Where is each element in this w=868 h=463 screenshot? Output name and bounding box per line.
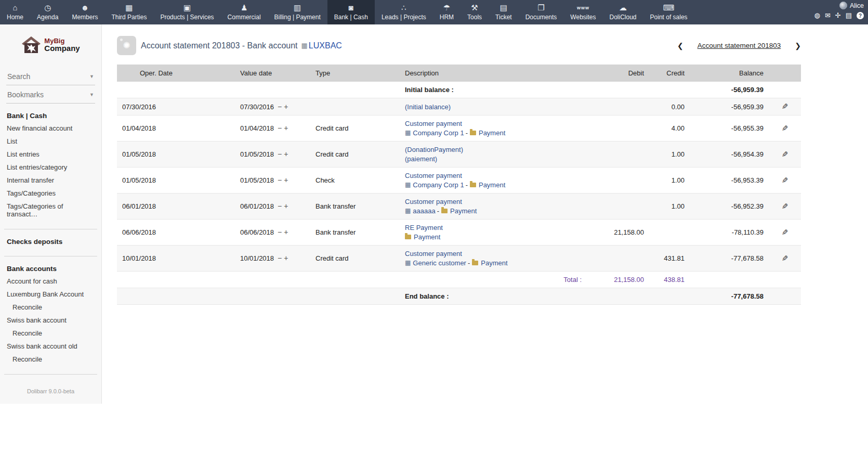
thirdparty-link[interactable]: aaaaaa xyxy=(413,207,435,215)
date-plus-button[interactable]: + xyxy=(284,150,288,158)
entry-link[interactable]: RE Payment xyxy=(405,224,443,231)
initial-balance-value: -56,959.39 xyxy=(690,82,769,98)
user-menu[interactable]: Alice xyxy=(814,2,864,9)
menu-home[interactable]: ⌂ Home xyxy=(0,0,30,24)
payment-link[interactable]: Payment xyxy=(414,233,440,241)
initial-balance-label: Initial balance : xyxy=(400,82,587,98)
date-minus-button[interactable]: − xyxy=(278,124,282,132)
company-logo[interactable]: MyBig Company xyxy=(0,32,101,67)
date-minus-button[interactable]: − xyxy=(278,102,282,111)
menu-documents[interactable]: ❐ Documents xyxy=(519,0,564,24)
pagination-statement-link[interactable]: Account statement 201803 xyxy=(698,42,781,49)
sidebar-item-new-financial-account[interactable]: New financial account xyxy=(7,122,95,135)
sidebar-title-bank-accounts[interactable]: Bank accounts xyxy=(7,265,95,273)
menu-third-parties[interactable]: ▦ Third Parties xyxy=(104,0,153,24)
menu-billing-payment[interactable]: ▥ Billing | Payment xyxy=(268,0,327,24)
sidebar-item-swiss-bank-account-old[interactable]: Swiss bank account old xyxy=(7,340,95,353)
sidebar-item-luxemburg-bank-account[interactable]: Luxemburg Bank Account xyxy=(7,288,95,301)
menu-bank-cash[interactable]: ◙ Bank | Cash xyxy=(327,0,375,24)
date-plus-button[interactable]: + xyxy=(284,176,288,184)
date-minus-button[interactable]: − xyxy=(278,228,282,236)
printer-icon[interactable]: ▤ xyxy=(846,12,852,19)
sidebar-item-reconcile[interactable]: Reconcile xyxy=(7,353,95,366)
value-date-cell: 10/01/2018−+ xyxy=(235,246,310,272)
edit-pencil-icon[interactable]: ✎ xyxy=(782,150,788,159)
account-code-link[interactable]: LUXBAC xyxy=(309,41,342,50)
chevron-left-icon[interactable]: ❮ xyxy=(677,42,683,50)
date-plus-button[interactable]: + xyxy=(284,124,288,132)
bank-cash-icon: ◙ xyxy=(349,4,353,12)
thirdparty-link[interactable]: Company Corp 1 xyxy=(413,181,464,189)
thirdparty-link[interactable]: Company Corp 1 xyxy=(413,128,464,137)
entry-link[interactable]: Customer payment xyxy=(405,120,462,127)
menu-hrm[interactable]: ☂ HRM xyxy=(433,0,461,24)
date-plus-button[interactable]: + xyxy=(284,228,288,236)
date-plus-button[interactable]: + xyxy=(284,254,288,262)
menu-leads-projects[interactable]: ∴ Leads | Projects xyxy=(375,0,433,24)
date-plus-button[interactable]: + xyxy=(284,202,288,210)
search-dropdown[interactable]: Search ▼ xyxy=(6,67,95,85)
edit-pencil-icon[interactable]: ✎ xyxy=(782,176,788,185)
sidebar-item-swiss-bank-account[interactable]: Swiss bank account xyxy=(7,314,95,327)
entry-link[interactable]: (DonationPayment) xyxy=(405,146,463,153)
payment-link[interactable]: Payment xyxy=(479,128,505,137)
edit-pencil-icon[interactable]: ✎ xyxy=(782,254,788,263)
bug-icon[interactable]: ✢ xyxy=(835,12,841,19)
help-icon[interactable]: ? xyxy=(857,12,864,19)
description-cell: RE Payment Payment xyxy=(400,220,587,246)
sidebar-title-bank-cash[interactable]: Bank | Cash xyxy=(7,112,95,120)
entry-link[interactable]: Customer payment xyxy=(405,198,462,205)
menu-websites[interactable]: www Websites xyxy=(563,0,602,24)
date-minus-button[interactable]: − xyxy=(278,202,282,210)
menu-commercial[interactable]: ♟ Commercial xyxy=(221,0,268,24)
quick-icons: ◍ ✉ ✢ ▤ ? xyxy=(814,12,864,19)
bookmarks-dropdown[interactable]: Bookmarks ▼ xyxy=(6,85,95,104)
date-minus-button[interactable]: − xyxy=(278,176,282,184)
date-minus-button[interactable]: − xyxy=(278,254,282,262)
chat-icon[interactable]: ✉ xyxy=(825,12,831,19)
sidebar-item-account-for-cash[interactable]: Account for cash xyxy=(7,275,95,288)
edit-pencil-icon[interactable]: ✎ xyxy=(782,228,788,237)
payment-link[interactable]: Payment xyxy=(479,181,505,189)
globe-icon[interactable]: ◍ xyxy=(814,12,820,19)
chevron-right-icon[interactable]: ❯ xyxy=(795,42,801,50)
edit-pencil-icon[interactable]: ✎ xyxy=(782,124,788,133)
sidebar-item-list-entries[interactable]: List entries xyxy=(7,148,95,161)
sidebar-item-reconcile[interactable]: Reconcile xyxy=(7,301,95,314)
sidebar-item-tags-categories[interactable]: Tags/Categories xyxy=(7,187,95,200)
gear-icon: ✺ xyxy=(123,40,130,51)
payment-link[interactable]: Payment xyxy=(450,207,477,215)
menu-agenda[interactable]: ◷ Agenda xyxy=(30,0,65,24)
balance: -78,110.39 xyxy=(690,220,769,246)
oper-date: 10/01/2018 xyxy=(117,246,235,272)
sidebar-item-internal-transfer[interactable]: Internal transfer xyxy=(7,174,95,187)
menu-dolicloud[interactable]: ☁ DoliCloud xyxy=(603,0,643,24)
date-minus-button[interactable]: − xyxy=(278,150,282,158)
menu-products-services[interactable]: ▣ Products | Services xyxy=(153,0,220,24)
bookmarks-label: Bookmarks xyxy=(7,91,44,99)
sidebar-item-list[interactable]: List xyxy=(7,135,95,148)
value-date: 10/01/2018 xyxy=(240,254,274,262)
menu-ticket[interactable]: ▤ Ticket xyxy=(489,0,519,24)
edit-pencil-icon[interactable]: ✎ xyxy=(782,202,788,211)
debit: 21,158.00 xyxy=(587,220,649,246)
edit-pencil-icon[interactable]: ✎ xyxy=(782,102,788,111)
sidebar-item-reconcile[interactable]: Reconcile xyxy=(7,327,95,340)
entry-link[interactable]: (Initial balance) xyxy=(405,103,451,111)
payment-link[interactable]: Payment xyxy=(481,259,507,267)
entry-link[interactable]: (paiement) xyxy=(405,155,437,163)
col-description: Description xyxy=(400,65,587,82)
menu-point-of-sales[interactable]: ⌨ Point of sales xyxy=(643,0,694,24)
entry-link[interactable]: Customer payment xyxy=(405,172,462,179)
menu-members[interactable]: ☻ Members xyxy=(65,0,104,24)
sidebar-title-checks-deposits[interactable]: Checks deposits xyxy=(7,238,95,246)
sidebar-item-list-entries-category[interactable]: List entries/category xyxy=(7,161,95,174)
date-plus-button[interactable]: + xyxy=(284,102,288,111)
home-icon: ⌂ xyxy=(12,4,17,12)
company-icon: ▦ xyxy=(405,259,411,267)
entry-link[interactable]: Customer payment xyxy=(405,250,462,258)
thirdparty-link[interactable]: Generic customer xyxy=(413,259,466,267)
menu-tools[interactable]: ⚒ Tools xyxy=(461,0,489,24)
type xyxy=(310,98,400,115)
sidebar-item-tags-categories-transactions[interactable]: Tags/Categories of transact… xyxy=(7,200,95,221)
